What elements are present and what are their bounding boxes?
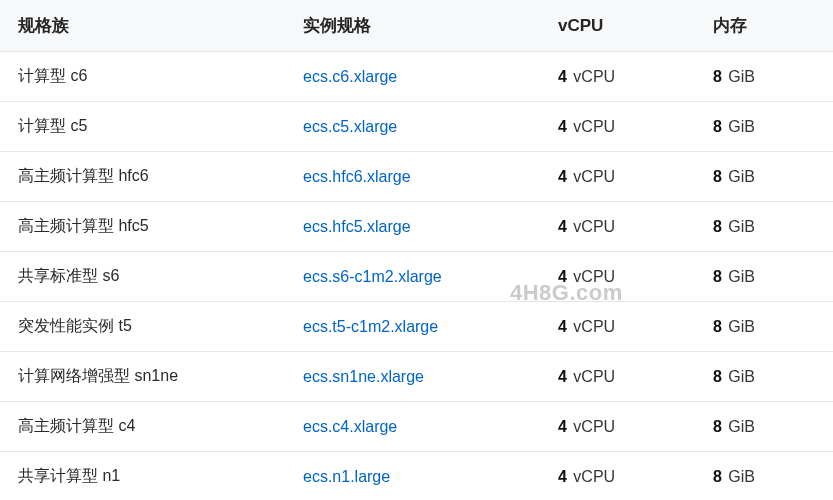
cell-spec: ecs.hfc6.xlarge: [285, 152, 540, 202]
cell-spec: ecs.sn1ne.xlarge: [285, 352, 540, 402]
memory-value: 8: [713, 318, 722, 335]
cell-family: 突发性能实例 t5: [0, 302, 285, 352]
cell-vcpu: 4 vCPU: [540, 202, 695, 252]
instance-spec-link[interactable]: ecs.s6-c1m2.xlarge: [303, 268, 442, 285]
cell-vcpu: 4 vCPU: [540, 152, 695, 202]
memory-value: 8: [713, 468, 722, 485]
memory-unit: GiB: [728, 318, 755, 335]
cell-memory: 8 GiB: [695, 52, 833, 102]
instance-spec-link[interactable]: ecs.hfc5.xlarge: [303, 218, 411, 235]
col-header-vcpu: vCPU: [540, 0, 695, 52]
vcpu-value: 4: [558, 168, 567, 185]
vcpu-unit: vCPU: [573, 468, 615, 485]
cell-memory: 8 GiB: [695, 302, 833, 352]
cell-spec: ecs.s6-c1m2.xlarge: [285, 252, 540, 302]
vcpu-unit: vCPU: [573, 268, 615, 285]
vcpu-unit: vCPU: [573, 368, 615, 385]
table-row: 计算型 c5ecs.c5.xlarge4 vCPU8 GiB: [0, 102, 833, 152]
cell-memory: 8 GiB: [695, 202, 833, 252]
vcpu-unit: vCPU: [573, 318, 615, 335]
instance-spec-link[interactable]: ecs.sn1ne.xlarge: [303, 368, 424, 385]
instance-spec-link[interactable]: ecs.t5-c1m2.xlarge: [303, 318, 438, 335]
cell-family: 计算型 c6: [0, 52, 285, 102]
cell-vcpu: 4 vCPU: [540, 52, 695, 102]
col-header-family: 规格族: [0, 0, 285, 52]
cell-memory: 8 GiB: [695, 352, 833, 402]
memory-value: 8: [713, 268, 722, 285]
vcpu-unit: vCPU: [573, 418, 615, 435]
table-row: 高主频计算型 hfc5ecs.hfc5.xlarge4 vCPU8 GiB: [0, 202, 833, 252]
memory-unit: GiB: [728, 468, 755, 485]
instance-spec-link[interactable]: ecs.n1.large: [303, 468, 390, 485]
cell-family: 计算网络增强型 sn1ne: [0, 352, 285, 402]
table-row: 共享标准型 s6ecs.s6-c1m2.xlarge4 vCPU8 GiB: [0, 252, 833, 302]
cell-family: 共享计算型 n1: [0, 452, 285, 501]
memory-value: 8: [713, 418, 722, 435]
vcpu-unit: vCPU: [573, 68, 615, 85]
instance-spec-table: 规格族 实例规格 vCPU 内存 计算型 c6ecs.c6.xlarge4 vC…: [0, 0, 833, 500]
instance-spec-link[interactable]: ecs.c6.xlarge: [303, 68, 397, 85]
cell-vcpu: 4 vCPU: [540, 352, 695, 402]
cell-memory: 8 GiB: [695, 252, 833, 302]
table-header-row: 规格族 实例规格 vCPU 内存: [0, 0, 833, 52]
vcpu-unit: vCPU: [573, 168, 615, 185]
memory-value: 8: [713, 218, 722, 235]
col-header-memory: 内存: [695, 0, 833, 52]
vcpu-value: 4: [558, 218, 567, 235]
vcpu-value: 4: [558, 68, 567, 85]
table-row: 计算型 c6ecs.c6.xlarge4 vCPU8 GiB: [0, 52, 833, 102]
memory-unit: GiB: [728, 218, 755, 235]
memory-value: 8: [713, 68, 722, 85]
cell-spec: ecs.c4.xlarge: [285, 402, 540, 452]
instance-spec-link[interactable]: ecs.c4.xlarge: [303, 418, 397, 435]
vcpu-value: 4: [558, 318, 567, 335]
table-row: 高主频计算型 hfc6ecs.hfc6.xlarge4 vCPU8 GiB: [0, 152, 833, 202]
instance-spec-link[interactable]: ecs.hfc6.xlarge: [303, 168, 411, 185]
cell-memory: 8 GiB: [695, 452, 833, 501]
cell-vcpu: 4 vCPU: [540, 252, 695, 302]
cell-spec: ecs.c6.xlarge: [285, 52, 540, 102]
cell-spec: ecs.c5.xlarge: [285, 102, 540, 152]
cell-family: 计算型 c5: [0, 102, 285, 152]
vcpu-unit: vCPU: [573, 218, 615, 235]
memory-unit: GiB: [728, 118, 755, 135]
memory-unit: GiB: [728, 268, 755, 285]
memory-unit: GiB: [728, 418, 755, 435]
memory-unit: GiB: [728, 68, 755, 85]
cell-family: 共享标准型 s6: [0, 252, 285, 302]
memory-value: 8: [713, 168, 722, 185]
cell-memory: 8 GiB: [695, 152, 833, 202]
table-row: 突发性能实例 t5ecs.t5-c1m2.xlarge4 vCPU8 GiB: [0, 302, 833, 352]
memory-value: 8: [713, 368, 722, 385]
cell-vcpu: 4 vCPU: [540, 102, 695, 152]
instance-spec-link[interactable]: ecs.c5.xlarge: [303, 118, 397, 135]
memory-unit: GiB: [728, 168, 755, 185]
memory-unit: GiB: [728, 368, 755, 385]
cell-vcpu: 4 vCPU: [540, 402, 695, 452]
table-row: 高主频计算型 c4ecs.c4.xlarge4 vCPU8 GiB: [0, 402, 833, 452]
vcpu-value: 4: [558, 468, 567, 485]
vcpu-value: 4: [558, 268, 567, 285]
table-row: 计算网络增强型 sn1neecs.sn1ne.xlarge4 vCPU8 GiB: [0, 352, 833, 402]
vcpu-unit: vCPU: [573, 118, 615, 135]
memory-value: 8: [713, 118, 722, 135]
cell-spec: ecs.n1.large: [285, 452, 540, 501]
table-row: 共享计算型 n1ecs.n1.large4 vCPU8 GiB: [0, 452, 833, 501]
vcpu-value: 4: [558, 118, 567, 135]
cell-family: 高主频计算型 hfc5: [0, 202, 285, 252]
cell-memory: 8 GiB: [695, 102, 833, 152]
cell-family: 高主频计算型 c4: [0, 402, 285, 452]
vcpu-value: 4: [558, 418, 567, 435]
vcpu-value: 4: [558, 368, 567, 385]
cell-spec: ecs.t5-c1m2.xlarge: [285, 302, 540, 352]
cell-vcpu: 4 vCPU: [540, 452, 695, 501]
cell-vcpu: 4 vCPU: [540, 302, 695, 352]
cell-spec: ecs.hfc5.xlarge: [285, 202, 540, 252]
cell-family: 高主频计算型 hfc6: [0, 152, 285, 202]
cell-memory: 8 GiB: [695, 402, 833, 452]
col-header-spec: 实例规格: [285, 0, 540, 52]
